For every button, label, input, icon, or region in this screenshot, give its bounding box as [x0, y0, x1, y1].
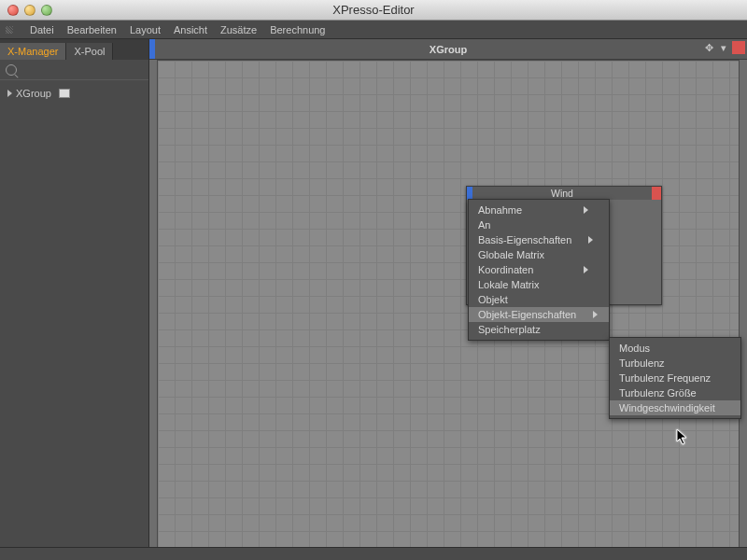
ctx-item-speicherplatz[interactable]: Speicherplatz	[469, 322, 609, 337]
sub-item-windgeschwindigkeit[interactable]: Windgeschwindigkeit	[610, 400, 740, 415]
tree-item-xgroup[interactable]: XGroup	[4, 86, 145, 101]
sidebar-tabs: X-Manager X-Pool	[0, 39, 148, 60]
node-output-port[interactable]	[652, 187, 661, 200]
submenu-arrow-icon	[593, 311, 598, 318]
context-menu: Abnahme An Basis-Eigenschaften Globale M…	[468, 199, 610, 341]
sub-item-turbulenz[interactable]: Turbulenz	[610, 356, 740, 371]
header-right-marker	[732, 41, 745, 54]
submenu-arrow-icon	[584, 266, 588, 273]
ctx-item-objekt[interactable]: Objekt	[469, 292, 609, 307]
cursor-icon	[676, 428, 689, 448]
titlebar: XPresso-Editor	[0, 0, 747, 21]
search-icon[interactable]	[6, 64, 17, 76]
tree-item-label: XGroup	[16, 88, 51, 99]
statusbar	[0, 547, 747, 560]
move-icon[interactable]: ✥	[702, 41, 715, 54]
menu-bearbeiten[interactable]: Bearbeiten	[67, 24, 117, 35]
xgroup-grid[interactable]: Wind Abnahme An Basis-Eigenschaften Glob…	[157, 60, 740, 553]
search-row	[0, 60, 148, 80]
window-title: XPresso-Editor	[0, 3, 747, 17]
ctx-item-objekt-eigenschaften[interactable]: Objekt-Eigenschaften	[469, 307, 609, 322]
menu-datei[interactable]: Datei	[30, 24, 54, 35]
disclosure-icon[interactable]	[7, 90, 12, 97]
collapse-icon[interactable]: ▾	[717, 41, 730, 54]
canvas-title: XGroup	[149, 44, 747, 55]
sub-item-modus[interactable]: Modus	[610, 341, 740, 356]
ctx-item-koordinaten[interactable]: Koordinaten	[469, 262, 609, 277]
menu-ansicht[interactable]: Ansicht	[174, 24, 207, 35]
sub-item-turbulenz-groesse[interactable]: Turbulenz Größe	[610, 385, 740, 400]
submenu: Modus Turbulenz Turbulenz Frequenz Turbu…	[609, 337, 741, 419]
ctx-item-basis[interactable]: Basis-Eigenschaften	[469, 232, 609, 247]
ctx-item-abnahme[interactable]: Abnahme	[469, 203, 609, 217]
menu-zusaetze[interactable]: Zusätze	[220, 24, 257, 35]
submenu-arrow-icon	[584, 206, 588, 214]
submenu-arrow-icon	[588, 236, 593, 244]
canvas[interactable]: XGroup ✥ ▾ Wind Abnahme An Basis-Eigensc…	[149, 39, 747, 560]
menu-berechnung[interactable]: Berechnung	[270, 24, 325, 35]
canvas-header: XGroup ✥ ▾	[149, 39, 747, 60]
tree: XGroup	[0, 80, 148, 106]
grip-icon	[6, 26, 13, 34]
menubar: Datei Bearbeiten Layout Ansicht Zusätze …	[0, 21, 747, 39]
node-title: Wind	[472, 188, 652, 199]
ctx-item-an[interactable]: An	[469, 217, 609, 232]
sidebar: X-Manager X-Pool XGroup	[0, 39, 149, 560]
sub-item-turbulenz-frequenz[interactable]: Turbulenz Frequenz	[610, 371, 740, 385]
tab-x-manager[interactable]: X-Manager	[0, 43, 66, 60]
ctx-item-lokale-matrix[interactable]: Lokale Matrix	[469, 277, 609, 292]
tree-badge-icon	[59, 89, 70, 98]
menu-layout[interactable]: Layout	[130, 24, 161, 35]
ctx-item-globale-matrix[interactable]: Globale Matrix	[469, 247, 609, 262]
tab-x-pool[interactable]: X-Pool	[66, 43, 113, 60]
